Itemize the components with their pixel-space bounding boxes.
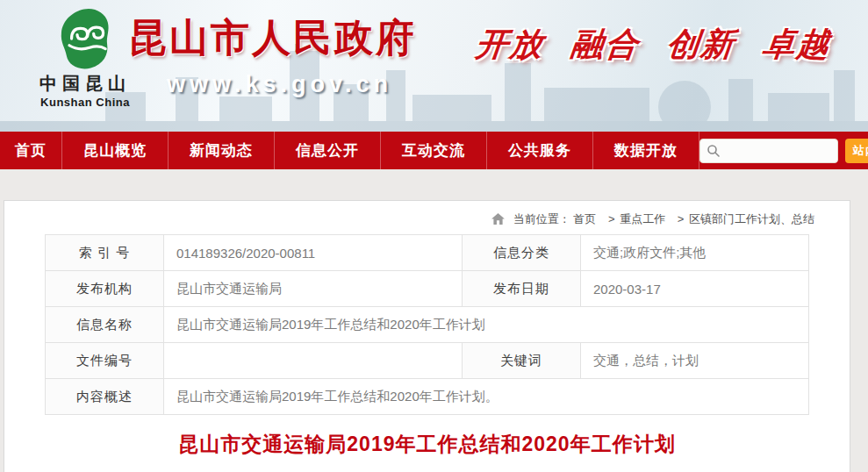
nav-item-public-service[interactable]: 公共服务 bbox=[487, 132, 593, 169]
keywords-label: 关键词 bbox=[463, 343, 581, 379]
search-area: 站内搜索 智能问答 bbox=[699, 139, 868, 163]
content-summary-label: 内容概述 bbox=[46, 379, 164, 415]
breadcrumb-keywork-link[interactable]: 重点工作 bbox=[620, 212, 665, 225]
publisher-value: 昆山市交通运输局 bbox=[164, 271, 463, 307]
breadcrumb-home-link[interactable]: 首页 bbox=[573, 212, 596, 225]
breadcrumb-label: 当前位置： bbox=[513, 212, 570, 225]
index-number-label: 索 引 号 bbox=[46, 235, 164, 271]
browser-viewport: 中国昆山 Kunshan China 昆山市人民政府 www.ks.gov.cn… bbox=[0, 0, 868, 472]
logo-english-label: Kunshan China bbox=[37, 96, 133, 109]
site-logo[interactable]: 中国昆山 Kunshan China bbox=[37, 7, 133, 109]
nav-item-news[interactable]: 新闻动态 bbox=[169, 132, 275, 169]
document-info-table: 索 引 号 014189326/2020-00811 信息分类 交通;政府文件;… bbox=[45, 234, 809, 415]
kunshan-logo-icon bbox=[54, 7, 117, 72]
table-row: 文件编号 关键词 交通，总结，计划 bbox=[46, 343, 809, 379]
info-name-value: 昆山市交通运输局2019年工作总结和2020年工作计划 bbox=[164, 307, 809, 343]
nav-item-interaction[interactable]: 互动交流 bbox=[381, 132, 487, 169]
table-row: 索 引 号 014189326/2020-00811 信息分类 交通;政府文件;… bbox=[46, 235, 809, 271]
home-icon bbox=[491, 213, 505, 225]
nav-item-info-disclosure[interactable]: 信息公开 bbox=[275, 132, 381, 169]
search-icon bbox=[707, 144, 721, 158]
site-url: www.ks.gov.cn bbox=[167, 71, 417, 98]
site-title[interactable]: 昆山市人民政府 bbox=[128, 12, 417, 64]
logo-chinese-label: 中国昆山 bbox=[37, 72, 133, 96]
page-background: 当前位置： 首页 > 重点工作 > 区镇部门工作计划、总结 索 引 号 0141… bbox=[0, 169, 868, 472]
site-title-block: 昆山市人民政府 www.ks.gov.cn bbox=[128, 12, 417, 98]
search-input[interactable] bbox=[725, 139, 836, 162]
nav-item-home[interactable]: 首页 bbox=[0, 132, 62, 169]
site-header: 中国昆山 Kunshan China 昆山市人民政府 www.ks.gov.cn… bbox=[0, 0, 868, 132]
breadcrumb-section-link[interactable]: 区镇部门工作计划、总结 bbox=[689, 212, 814, 225]
breadcrumb: 当前位置： 首页 > 重点工作 > 区镇部门工作计划、总结 bbox=[4, 201, 850, 234]
publish-date-value: 2020-03-17 bbox=[581, 271, 809, 307]
site-search-button[interactable]: 站内搜索 bbox=[845, 139, 868, 163]
nav-item-kunshan-overview[interactable]: 昆山概览 bbox=[62, 132, 169, 169]
nav-item-open-data[interactable]: 数据开放 bbox=[593, 132, 699, 169]
document-number-label: 文件编号 bbox=[46, 343, 164, 379]
table-row: 内容概述 昆山市交通运输局2019年工作总结和2020年工作计划。 bbox=[46, 379, 809, 415]
breadcrumb-separator: > bbox=[608, 212, 615, 225]
main-nav: 首页 昆山概览 新闻动态 信息公开 互动交流 公共服务 数据开放 站内搜索 智能… bbox=[0, 132, 868, 169]
breadcrumb-separator: > bbox=[678, 212, 685, 225]
publisher-label: 发布机构 bbox=[46, 271, 164, 307]
keywords-value: 交通，总结，计划 bbox=[581, 343, 809, 379]
table-row: 信息名称 昆山市交通运输局2019年工作总结和2020年工作计划 bbox=[46, 307, 809, 343]
search-box bbox=[699, 139, 838, 163]
document-number-value bbox=[164, 343, 463, 379]
document-title: 昆山市交通运输局2019年工作总结和2020年工作计划 bbox=[4, 431, 850, 458]
info-name-label: 信息名称 bbox=[46, 307, 164, 343]
info-category-value: 交通;政府文件;其他 bbox=[581, 235, 809, 271]
index-number-value: 014189326/2020-00811 bbox=[164, 235, 463, 271]
content-panel: 当前位置： 首页 > 重点工作 > 区镇部门工作计划、总结 索 引 号 0141… bbox=[4, 200, 850, 472]
content-summary-value: 昆山市交通运输局2019年工作总结和2020年工作计划。 bbox=[164, 379, 809, 415]
publish-date-label: 发布日期 bbox=[463, 271, 581, 307]
site-slogan: 开放 融合 创新 卓越 bbox=[474, 23, 834, 67]
table-row: 发布机构 昆山市交通运输局 发布日期 2020-03-17 bbox=[46, 271, 809, 307]
info-category-label: 信息分类 bbox=[463, 235, 581, 271]
